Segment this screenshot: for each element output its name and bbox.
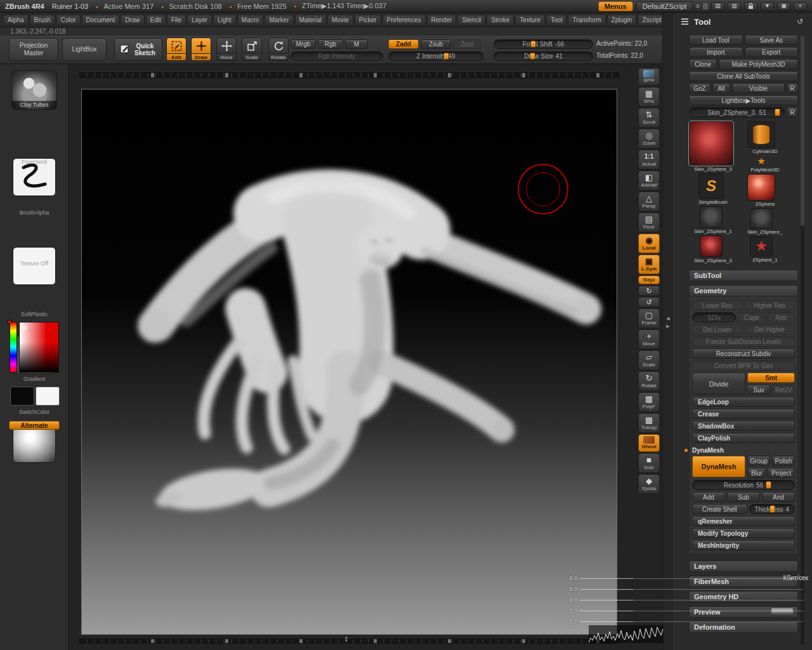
- secondary-color-swatch[interactable]: [36, 387, 60, 406]
- menu-document[interactable]: Document: [82, 15, 120, 25]
- menu-alpha[interactable]: Alpha: [3, 15, 29, 25]
- restore-tool-button[interactable]: R: [787, 107, 798, 117]
- meshintegrity-subsection[interactable]: MeshIntegrity: [692, 540, 795, 550]
- sdiv-slider[interactable]: SDiv: [692, 312, 736, 322]
- lock-icon[interactable]: [744, 2, 757, 11]
- local-button[interactable]: ◉Local: [638, 234, 660, 253]
- resolution-handle[interactable]: [766, 481, 771, 489]
- scale-mode-button[interactable]: Scale: [242, 37, 262, 61]
- resolution-slider[interactable]: Resolution 56: [692, 480, 795, 490]
- deformation-section-header[interactable]: Deformation: [689, 621, 798, 633]
- menu-macro[interactable]: Macro: [237, 15, 264, 25]
- panel-scrollbar-thumb[interactable]: [801, 36, 804, 226]
- reconstruct-subdiv-button[interactable]: Reconstruct Subdiv: [692, 348, 795, 359]
- menu-light[interactable]: Light: [213, 15, 236, 25]
- rotate-cw-button[interactable]: ↻: [638, 286, 660, 296]
- rotate-tool-button[interactable]: ↻Rotate: [638, 371, 660, 391]
- dynamesh-sub-button[interactable]: Sub: [727, 492, 760, 502]
- projection-master-button[interactable]: Projection Master: [9, 38, 58, 61]
- zcut-button[interactable]: Zcut: [453, 39, 481, 49]
- mixer-icon[interactable]: ≡: [696, 3, 700, 10]
- shadowbox-subsection[interactable]: ShadowBox: [692, 421, 795, 431]
- polish-button[interactable]: Polish: [772, 456, 795, 466]
- palette-refresh-icon[interactable]: ↺: [797, 17, 803, 26]
- focal-shift-slider[interactable]: Focal Shift -56: [494, 39, 593, 49]
- menu-material[interactable]: Material: [295, 15, 327, 25]
- menu-texture[interactable]: Texture: [515, 15, 545, 25]
- new-document-icon[interactable]: ▤: [711, 2, 724, 11]
- tool-thumb-active[interactable]: [689, 121, 733, 166]
- make-polymesh3d-button[interactable]: Make PolyMesh3D: [719, 59, 798, 69]
- tool-thumb-cylinder3d[interactable]: [747, 121, 775, 148]
- bars-icon[interactable]: |||: [703, 3, 708, 10]
- geometry-section-header[interactable]: Geometry: [689, 285, 798, 296]
- dynamesh-and-button[interactable]: And: [762, 492, 795, 502]
- m-button[interactable]: M: [345, 39, 368, 49]
- rotate-ccw-button[interactable]: ↺: [638, 297, 660, 307]
- xpose-button[interactable]: ◆Xpose: [638, 474, 660, 494]
- geometry-hd-section-header[interactable]: Geometry HD: [689, 591, 798, 602]
- default-zscript-button[interactable]: DefaultZScript: [636, 1, 693, 11]
- menu-stroke[interactable]: Stroke: [487, 15, 514, 25]
- goz-visible-button[interactable]: Visible: [732, 83, 785, 93]
- clone-button[interactable]: Clone: [689, 59, 717, 69]
- close-icon[interactable]: ×: [794, 2, 807, 11]
- tool-thumb-zsphere[interactable]: [747, 174, 775, 201]
- menu-draw[interactable]: Draw: [121, 15, 144, 25]
- gxyz-button[interactable]: Gxyz: [638, 275, 660, 284]
- minimize-icon[interactable]: ▼: [761, 2, 774, 11]
- tool-thumb-simplebrush[interactable]: S: [698, 173, 724, 199]
- zadd-button[interactable]: Zadd: [388, 39, 419, 49]
- edgeloop-subsection[interactable]: EdgeLoop: [692, 397, 795, 407]
- draw-size-handle[interactable]: [530, 53, 535, 60]
- edit-mode-button[interactable]: Edit: [166, 37, 187, 61]
- persp-button[interactable]: △Persp: [638, 192, 660, 211]
- tool-thumb-zsphere-1[interactable]: ★: [750, 236, 773, 256]
- cage-button[interactable]: Cage: [738, 312, 765, 322]
- scroll-button[interactable]: ⇅Scroll: [638, 108, 660, 128]
- subtool-section-header[interactable]: SubTool: [689, 270, 798, 281]
- group-button[interactable]: Group: [747, 456, 770, 466]
- higher-res-button[interactable]: Higher Res: [745, 300, 796, 310]
- menu-marker[interactable]: Marker: [265, 15, 293, 25]
- zoom-button[interactable]: ◎Zoom: [638, 129, 660, 149]
- mrgb-button[interactable]: Mrgb: [291, 39, 316, 49]
- active-tool-slider[interactable]: Skin_ZSphere_3. 51: [689, 107, 785, 117]
- spix-button[interactable]: ▦SPix: [638, 87, 660, 107]
- suv-button[interactable]: Suv: [747, 385, 770, 395]
- draw-mode-button[interactable]: Draw: [191, 37, 211, 61]
- panel-scrollbar[interactable]: [801, 36, 804, 645]
- lightbox-button[interactable]: LightBox: [62, 38, 107, 61]
- active-tool-slider-handle[interactable]: [775, 109, 780, 116]
- restore-icon[interactable]: ▣: [777, 2, 790, 11]
- export-button[interactable]: Export: [745, 47, 799, 57]
- import-button[interactable]: Import: [689, 47, 743, 57]
- menus-button[interactable]: Menus: [598, 1, 633, 11]
- menu-movie[interactable]: Movie: [327, 15, 353, 25]
- dynamesh-add-button[interactable]: Add: [692, 492, 725, 502]
- save-as-button[interactable]: Save As: [745, 35, 799, 45]
- polyf-button[interactable]: ▦PolyF: [638, 392, 660, 412]
- layers-section-header[interactable]: Layers: [689, 560, 798, 572]
- lightbox-tools-button[interactable]: Lightbox▶Tools: [689, 95, 798, 105]
- canvas-bottom-handle[interactable]: ▲▼: [341, 636, 351, 642]
- qremesher-subsection[interactable]: qRemesher: [692, 516, 795, 526]
- draw-size-slider[interactable]: Draw Size 41: [494, 51, 593, 61]
- create-shell-button[interactable]: Create Shell: [692, 504, 747, 514]
- menu-layer[interactable]: Layer: [187, 15, 212, 25]
- ghost-button[interactable]: Ghost: [638, 434, 660, 452]
- menu-color[interactable]: Color: [56, 15, 81, 25]
- move-tool-button[interactable]: +Move: [638, 329, 660, 349]
- color-picker[interactable]: [10, 322, 59, 373]
- smt-button[interactable]: Smt: [747, 373, 795, 383]
- switch-color-widget[interactable]: [10, 387, 60, 407]
- load-tool-button[interactable]: Load Tool: [689, 35, 743, 45]
- tool-thumb-skin-zsphere-2[interactable]: [750, 208, 773, 229]
- solo-button[interactable]: ■Solo: [638, 453, 660, 473]
- menu-picker[interactable]: Picker: [355, 15, 381, 25]
- scale-tool-button[interactable]: ▱Scale: [638, 350, 660, 370]
- tool-thumb-skin-zsphere-1[interactable]: [700, 206, 723, 228]
- current-brush-thumbnail[interactable]: Clay Tubes: [11, 70, 57, 110]
- rgb-intensity-slider[interactable]: Rgb Intensity: [291, 51, 383, 61]
- lsym-button[interactable]: ▣L.Sym: [638, 255, 660, 274]
